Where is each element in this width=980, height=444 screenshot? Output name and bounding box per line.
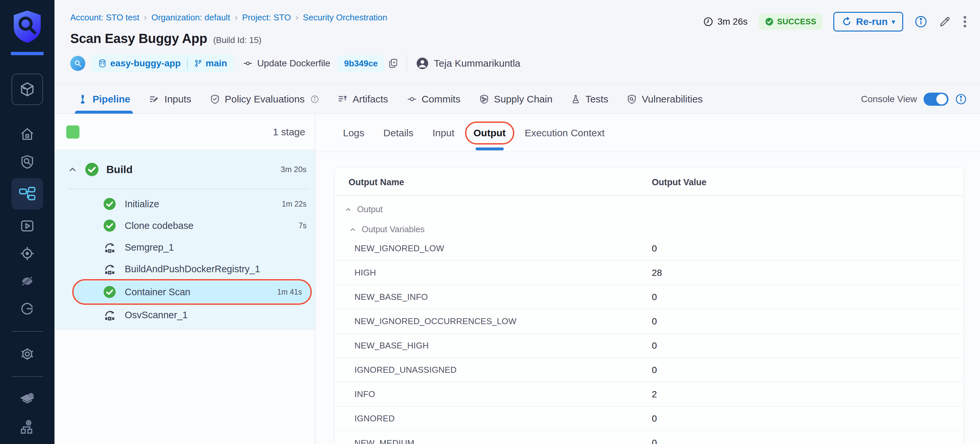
inputs-icon xyxy=(149,94,160,105)
tab-tests[interactable]: Tests xyxy=(571,85,608,113)
table-row: NEW_MEDIUM0 xyxy=(335,431,963,444)
sidebar-divider xyxy=(11,331,43,332)
home-icon xyxy=(19,126,35,142)
chevron-up-icon[interactable] xyxy=(345,206,352,213)
detail-tab-details[interactable]: Details xyxy=(383,128,414,139)
not-executed-step-icon xyxy=(103,241,116,254)
commit-sha-link[interactable]: 9b349ce xyxy=(337,55,384,72)
commit-message[interactable]: Update Dockerfile xyxy=(257,58,331,69)
tab-vulnerabilities[interactable]: Vulnerabilities xyxy=(627,85,703,113)
breadcrumb-separator: › xyxy=(144,13,147,23)
tab-artifacts[interactable]: Artifacts xyxy=(337,85,388,113)
column-output-value: Output Value xyxy=(652,177,963,187)
vertical-divider xyxy=(407,54,407,73)
detail-tab-input[interactable]: Input xyxy=(433,128,455,139)
step-row-initialize[interactable]: Initialize 1m 22s xyxy=(54,193,315,215)
module-accent-bar xyxy=(11,52,44,55)
not-executed-step-icon xyxy=(103,262,116,276)
sidebar-item-settings[interactable] xyxy=(11,340,43,368)
chevron-up-icon[interactable] xyxy=(349,226,356,233)
repo-link[interactable]: easy-buggy-app xyxy=(98,58,181,69)
sidebar-item-pipelines[interactable] xyxy=(11,178,43,209)
info-circle-icon xyxy=(310,95,319,104)
sidebar-item-default-settings[interactable] xyxy=(11,385,43,413)
toggle-knob xyxy=(936,94,947,104)
sto-shield-logo[interactable] xyxy=(11,9,43,43)
chevron-up-icon[interactable] xyxy=(68,165,78,174)
commits-icon xyxy=(407,94,417,104)
sidebar-item-targets[interactable] xyxy=(11,240,43,267)
detail-tab-execution-context[interactable]: Execution Context xyxy=(525,128,605,139)
step-row-osvscanner[interactable]: OsvScanner_1 xyxy=(54,304,315,326)
rerun-refresh-icon xyxy=(842,16,852,27)
execution-header: Account: STO test › Organization: defaul… xyxy=(54,0,980,85)
left-nav-sidebar xyxy=(0,0,54,444)
project-setup-icon xyxy=(19,419,35,435)
not-executed-step-icon xyxy=(103,308,116,321)
stage-name: Build xyxy=(107,163,133,176)
kebab-menu-icon xyxy=(962,15,967,28)
tests-flask-icon xyxy=(571,94,581,105)
tab-inputs[interactable]: Inputs xyxy=(149,85,191,113)
execution-tabbar: Pipeline Inputs Policy Evaluations xyxy=(54,85,980,114)
policy-evaluations-icon xyxy=(210,94,220,105)
rerun-caret-icon[interactable]: ▾ xyxy=(892,18,895,26)
module-cube-icon xyxy=(19,81,36,98)
step-detail-tabs: Logs Details Input Output Execution Cont… xyxy=(315,114,980,152)
info-circle-icon xyxy=(914,15,928,28)
sidebar-item-tracker[interactable] xyxy=(11,295,43,323)
tab-commits[interactable]: Commits xyxy=(407,85,460,113)
column-output-name: Output Name xyxy=(335,177,652,187)
success-check-icon xyxy=(765,17,774,26)
table-row: NEW_BASE_HIGH0 xyxy=(335,334,963,358)
breadcrumb-org-link[interactable]: Organization: default xyxy=(151,13,230,23)
step-row-build-and-push-docker[interactable]: BuildAndPushDockerRegistry_1 xyxy=(54,258,315,280)
breadcrumb-module-link[interactable]: Security Orchestration xyxy=(303,13,387,23)
sidebar-item-exemptions[interactable] xyxy=(11,267,43,295)
sidebar-item-home[interactable] xyxy=(11,120,43,148)
execution-info-button[interactable] xyxy=(914,15,928,28)
copy-sha-button[interactable] xyxy=(388,58,398,69)
step-row-clone-codebase[interactable]: Clone codebase 7s xyxy=(54,215,315,236)
rerun-button[interactable]: Re-run ▾ xyxy=(833,12,903,32)
app-window: Account: STO test › Organization: defaul… xyxy=(0,0,980,444)
output-variables-group-toggle[interactable]: Output Variables xyxy=(335,217,963,236)
tracker-gauge-icon xyxy=(19,301,35,316)
console-view-toggle[interactable] xyxy=(924,93,948,106)
pill-divider: | xyxy=(186,58,189,69)
stage-duration: 3m 20s xyxy=(281,165,307,174)
stage-group-build: Build 3m 20s Initialize 1m 22s xyxy=(54,150,315,329)
stage-list-header: 1 stage xyxy=(54,114,315,150)
trigger-author-name[interactable]: Teja Kummarikuntla xyxy=(434,58,520,69)
table-row: NEW_IGNORED_LOW0 xyxy=(335,236,963,261)
artifacts-icon xyxy=(337,94,348,104)
sidebar-item-project-setup[interactable] xyxy=(11,413,43,441)
vulnerabilities-icon xyxy=(627,94,637,105)
breadcrumb-project-link[interactable]: Project: STO xyxy=(242,13,291,23)
step-row-container-scan[interactable]: Container Scan 1m 41s xyxy=(73,281,310,303)
success-check-icon xyxy=(103,219,116,232)
branch-link[interactable]: main xyxy=(194,58,227,69)
sidebar-item-security-scan[interactable] xyxy=(11,148,43,176)
stage-row-build[interactable]: Build 3m 20s xyxy=(54,150,315,189)
console-view-info-icon[interactable] xyxy=(955,93,967,105)
more-options-button[interactable] xyxy=(962,15,967,28)
sidebar-divider xyxy=(11,376,43,377)
detail-tab-output[interactable]: Output xyxy=(474,128,506,139)
success-check-icon xyxy=(85,162,99,177)
tab-policy-evaluations[interactable]: Policy Evaluations xyxy=(210,85,319,113)
detail-tab-logs[interactable]: Logs xyxy=(343,128,364,139)
sidebar-item-executions[interactable] xyxy=(11,212,43,240)
table-row: IGNORED0 xyxy=(335,407,963,431)
edit-pipeline-button[interactable] xyxy=(939,16,951,28)
output-group-toggle[interactable]: Output xyxy=(335,196,963,217)
breadcrumb-account-link[interactable]: Account: STO test xyxy=(70,13,140,23)
tab-pipeline[interactable]: Pipeline xyxy=(78,85,130,113)
default-settings-icon xyxy=(19,391,35,407)
table-row: IGNORED_UNASSIGNED0 xyxy=(335,358,963,382)
security-scan-icon xyxy=(19,154,35,169)
module-selector-button[interactable] xyxy=(11,73,43,105)
pipeline-icon xyxy=(78,94,88,104)
tab-supply-chain[interactable]: Supply Chain xyxy=(479,85,552,113)
step-row-semgrep[interactable]: Semgrep_1 xyxy=(54,236,315,258)
